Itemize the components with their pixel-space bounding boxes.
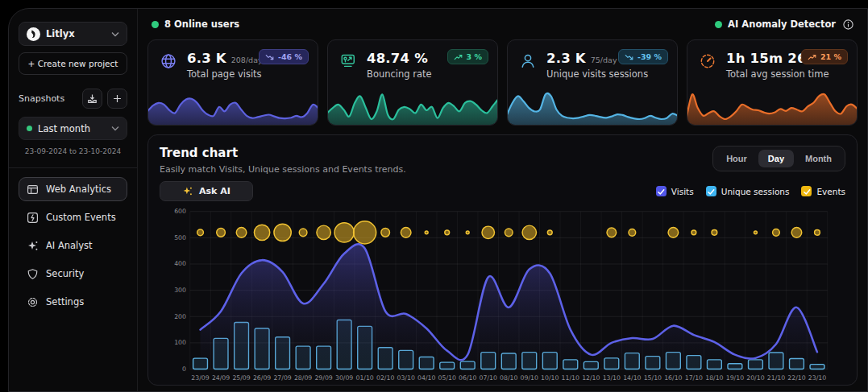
trend-title: Trend chart [160, 146, 406, 160]
svg-text:500: 500 [174, 234, 186, 241]
browser-icon [27, 184, 39, 196]
stat-card-total-avg-session-time: 1h 15m 26sTotal avg session time21 % [687, 39, 858, 126]
bubble-events[interactable] [482, 226, 495, 239]
timer-icon [697, 51, 718, 72]
bubble-events[interactable] [334, 223, 354, 242]
svg-text:16/10: 16/10 [664, 374, 682, 382]
sidebar-divider [9, 167, 137, 168]
events-icon [27, 212, 39, 224]
svg-text:07/10: 07/10 [480, 374, 497, 382]
info-icon[interactable] [843, 19, 853, 30]
stat-value: 2.3 K [546, 51, 586, 66]
trend-up-icon [808, 54, 816, 60]
bubble-events[interactable] [354, 221, 376, 244]
tab-day[interactable]: Day [758, 150, 794, 167]
bubble-events[interactable] [466, 231, 469, 234]
svg-text:05/10: 05/10 [438, 374, 456, 382]
trend-subtitle: Easily match Visits, Unique sessions and… [160, 164, 406, 175]
svg-text:01/10: 01/10 [355, 374, 373, 382]
trend-titles: Trend chart Easily match Visits, Unique … [160, 146, 406, 175]
svg-text:200: 200 [174, 313, 186, 320]
checkbox-checked-icon[interactable] [801, 186, 812, 196]
bubble-events[interactable] [217, 229, 226, 237]
bubble-events[interactable] [607, 228, 617, 237]
stat-rate: 208/day [231, 56, 263, 64]
bubble-events[interactable] [815, 229, 820, 235]
sidebar-item-security[interactable]: Security [19, 262, 127, 286]
svg-text:09/10: 09/10 [521, 374, 538, 382]
sidebar-item-label: Web Analytics [46, 184, 111, 195]
snapshot-selected-label: Last month [38, 123, 90, 134]
stat-value: 48.74 % [367, 51, 428, 66]
bubble-events[interactable] [274, 224, 291, 241]
svg-text:04/10: 04/10 [417, 374, 435, 382]
stat-label: Total page visits [187, 68, 263, 80]
svg-text:29/09: 29/09 [314, 374, 332, 382]
ai-sparkle-icon [182, 186, 193, 196]
app-window: Litlyx + Create new project Snapshots [8, 8, 868, 392]
bubble-events[interactable] [317, 225, 330, 239]
svg-text:26/09: 26/09 [253, 374, 271, 382]
sidebar-item-web-analytics[interactable]: Web Analytics [19, 177, 127, 201]
bubble-events[interactable] [236, 228, 247, 238]
tab-month[interactable]: Month [795, 150, 841, 167]
ai-anomaly-detector[interactable]: AI Anomaly Detector [715, 19, 853, 30]
screenshot-stage: Litlyx + Create new project Snapshots [0, 0, 868, 392]
bubble-events[interactable] [254, 225, 269, 240]
legend-item-events[interactable]: Events [801, 186, 845, 196]
bubble-events[interactable] [691, 230, 696, 235]
bubble-events[interactable] [197, 229, 204, 236]
bubble-events[interactable] [401, 228, 411, 238]
sidebar-item-label: Custom Events [46, 212, 116, 223]
bubble-events[interactable] [773, 229, 780, 236]
bubble-events[interactable] [668, 228, 679, 238]
bubble-events[interactable] [754, 231, 757, 234]
sidebar-item-custom-events[interactable]: Custom Events [19, 205, 127, 229]
create-new-project-button[interactable]: + Create new project [19, 52, 127, 75]
trend-chart-panel: Trend chart Easily match Visits, Unique … [147, 134, 858, 386]
bubble-events[interactable] [425, 231, 428, 234]
bubble-events[interactable] [445, 230, 450, 235]
checkbox-checked-icon[interactable] [656, 186, 667, 196]
sidebar-item-ai-analyst[interactable]: AI Analyst [19, 233, 127, 258]
bubble-events[interactable] [629, 229, 636, 236]
trend-badge: -39 % [618, 49, 668, 64]
svg-text:100: 100 [174, 339, 186, 346]
bubble-events[interactable] [712, 229, 717, 235]
svg-text:02/10: 02/10 [376, 374, 394, 382]
stat-value: 6.3 K [187, 51, 226, 66]
svg-text:27/09: 27/09 [273, 374, 291, 382]
svg-text:11/10: 11/10 [562, 374, 579, 382]
legend-item-unique-sessions[interactable]: Unique sessions [706, 186, 790, 196]
sidebar-item-settings[interactable]: Settings [19, 290, 127, 314]
stat-label: Bouncing rate [367, 68, 432, 80]
sidebar-item-label: Security [46, 268, 84, 279]
bubble-events[interactable] [791, 228, 802, 238]
svg-text:0: 0 [182, 365, 186, 373]
sidebar-nav: Web AnalyticsCustom EventsAI AnalystSecu… [19, 177, 127, 314]
sidebar-item-label: Settings [46, 296, 84, 307]
anomaly-status-dot [715, 21, 722, 28]
tab-hour[interactable]: Hour [716, 150, 757, 167]
bubble-events[interactable] [299, 229, 307, 237]
create-project-label: + Create new project [28, 59, 118, 68]
svg-text:06/10: 06/10 [459, 374, 476, 382]
trend-chart-svg: 010020030040050060023/0924/0925/0926/092… [160, 205, 845, 383]
project-selector[interactable]: Litlyx [19, 22, 127, 46]
bubble-events[interactable] [522, 225, 536, 239]
trend-down-icon [625, 54, 633, 60]
sparkline [687, 85, 858, 126]
ask-ai-button[interactable]: Ask AI [160, 181, 253, 201]
stat-rate: 75/day [591, 56, 617, 64]
bubble-events[interactable] [505, 229, 513, 237]
download-snapshot-button[interactable] [82, 89, 102, 109]
legend-item-visits[interactable]: Visits [656, 186, 694, 196]
snapshot-range-select[interactable]: Last month [19, 117, 127, 140]
svg-text:400: 400 [174, 260, 186, 267]
sidebar-item-label: AI Analyst [46, 240, 93, 251]
bubble-events[interactable] [547, 230, 552, 235]
checkbox-checked-icon[interactable] [706, 186, 716, 196]
bubble-events[interactable] [381, 229, 390, 237]
add-snapshot-button[interactable] [107, 89, 127, 109]
svg-text:21/10: 21/10 [767, 374, 785, 382]
